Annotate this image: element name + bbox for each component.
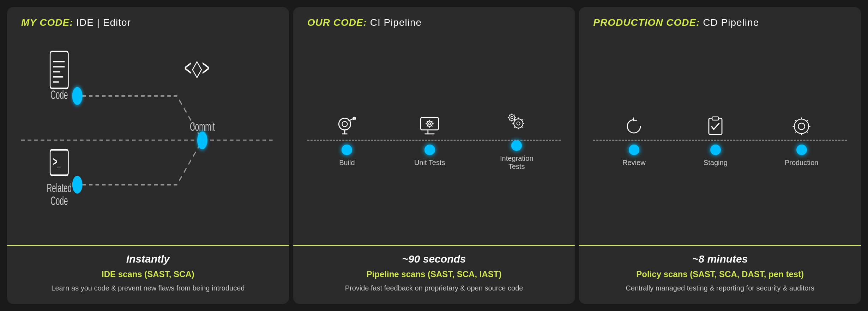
review-label: Review (622, 159, 646, 167)
panel2-header: OUR CODE: CI Pipeline (293, 7, 575, 35)
panel1-footer-title: IDE scans (SAST, SCA) (21, 269, 275, 279)
svg-rect-56 (709, 118, 722, 134)
main-container: MY CODE: IDE | Editor (0, 0, 868, 311)
panel2-highlight: OUR CODE: (307, 17, 367, 28)
svg-line-33 (432, 125, 433, 127)
panel1-highlight: MY CODE: (21, 17, 73, 28)
panel3-timing: ~8 minutes (593, 253, 847, 265)
svg-text:Related: Related (47, 181, 72, 195)
panel2-nodes: Build (307, 110, 561, 171)
svg-line-52 (509, 115, 510, 116)
svg-line-35 (427, 125, 428, 127)
svg-line-64 (795, 120, 797, 122)
svg-point-3 (197, 131, 207, 149)
staging-dot (710, 145, 721, 155)
unit-tests-icon-container (417, 114, 442, 139)
svg-point-47 (511, 116, 513, 119)
panel1-body: Code >_ Related Code <◇> Commit (7, 35, 289, 245)
staging-icon-container (703, 114, 728, 139)
svg-line-65 (806, 131, 808, 133)
production-node: Production (785, 114, 819, 167)
panel3-nodes: Review Staging (593, 114, 847, 167)
svg-rect-11 (50, 150, 68, 175)
staging-label: Staging (704, 159, 728, 167)
integration-tests-label: Integration Tests (500, 154, 534, 171)
svg-text:Code: Code (50, 88, 68, 101)
panel2-footer: ~90 seconds Pipeline scans (SAST, SCA, I… (293, 245, 575, 304)
svg-line-67 (795, 131, 797, 133)
svg-line-55 (509, 119, 510, 120)
panel3-timeline: Review Staging (593, 39, 847, 242)
production-icon-container (789, 114, 814, 139)
my-code-panel: MY CODE: IDE | Editor (7, 7, 289, 304)
panel1-timing: Instantly (21, 253, 275, 265)
production-code-panel: PRODUCTION CODE: CD Pipeline (579, 7, 861, 304)
svg-point-2 (72, 176, 83, 193)
build-node: Build (334, 114, 359, 167)
panel1-subtitle: IDE | Editor (76, 17, 131, 28)
panel1-timeline: Code >_ Related Code <◇> Commit (21, 39, 275, 242)
panel2-footer-desc: Provide fast feedback on proprietary & o… (307, 283, 561, 293)
integration-tests-icon-container (504, 110, 529, 135)
panel2-timeline: Build (307, 39, 561, 242)
build-icon-container (334, 114, 359, 139)
panel3-subtitle: CD Pipeline (703, 17, 759, 28)
production-label: Production (785, 159, 819, 167)
svg-text:Commit: Commit (190, 119, 215, 133)
production-icon (790, 115, 813, 138)
panel1-footer-desc: Learn as you code & prevent new flaws fr… (21, 283, 275, 293)
staging-node: Staging (703, 114, 728, 167)
panel2-body: Build (293, 35, 575, 245)
panel3-highlight: PRODUCTION CODE: (593, 17, 700, 28)
svg-point-26 (427, 121, 432, 127)
svg-point-1 (72, 87, 83, 105)
integration-tests-icon (505, 111, 528, 134)
svg-rect-4 (50, 52, 68, 88)
svg-point-18 (342, 122, 348, 127)
svg-rect-57 (712, 117, 719, 120)
our-code-panel: OUR CODE: CI Pipeline (293, 7, 575, 304)
review-node: Review (622, 114, 646, 167)
integration-tests-node: Integration Tests (500, 110, 534, 171)
svg-text:Code: Code (50, 194, 68, 207)
integration-tests-dot (511, 140, 522, 151)
panel1-header: MY CODE: IDE | Editor (7, 7, 289, 35)
svg-point-27 (429, 123, 431, 125)
unit-tests-label: Unit Tests (414, 159, 445, 167)
production-dot (796, 145, 807, 155)
panel2-footer-title: Pipeline scans (SAST, SCA, IAST) (307, 269, 561, 279)
staging-icon (704, 115, 727, 138)
svg-point-59 (798, 123, 805, 130)
svg-point-37 (517, 122, 520, 125)
unit-tests-dot (424, 145, 435, 155)
build-dot (342, 145, 352, 155)
svg-text:<◇>: <◇> (184, 55, 210, 80)
svg-line-32 (427, 121, 428, 122)
panel3-body: Review Staging (579, 35, 861, 245)
unit-tests-node: Unit Tests (414, 114, 445, 167)
unit-tests-icon (418, 115, 441, 138)
svg-line-54 (514, 115, 515, 116)
panel1-diagram-svg: Code >_ Related Code <◇> Commit (21, 39, 275, 242)
panel3-header: PRODUCTION CODE: CD Pipeline (579, 7, 861, 35)
review-dot (629, 145, 639, 155)
panel1-footer: Instantly IDE scans (SAST, SCA) Learn as… (7, 245, 289, 304)
svg-point-17 (339, 118, 350, 130)
review-icon-container (622, 114, 646, 139)
review-icon (622, 115, 645, 138)
build-icon (336, 115, 358, 138)
svg-rect-23 (421, 117, 439, 130)
svg-text:>_: >_ (53, 154, 61, 168)
svg-line-34 (432, 121, 433, 122)
panel3-footer-title: Policy scans (SAST, SCA, DAST, pen test) (593, 269, 847, 279)
panel2-timing: ~90 seconds (307, 253, 561, 265)
build-label: Build (339, 159, 355, 167)
panel3-footer-desc: Centrally managed testing & reporting fo… (593, 283, 847, 293)
svg-line-66 (806, 120, 808, 122)
panel2-subtitle: CI Pipeline (370, 17, 422, 28)
panel3-footer: ~8 minutes Policy scans (SAST, SCA, DAST… (579, 245, 861, 304)
